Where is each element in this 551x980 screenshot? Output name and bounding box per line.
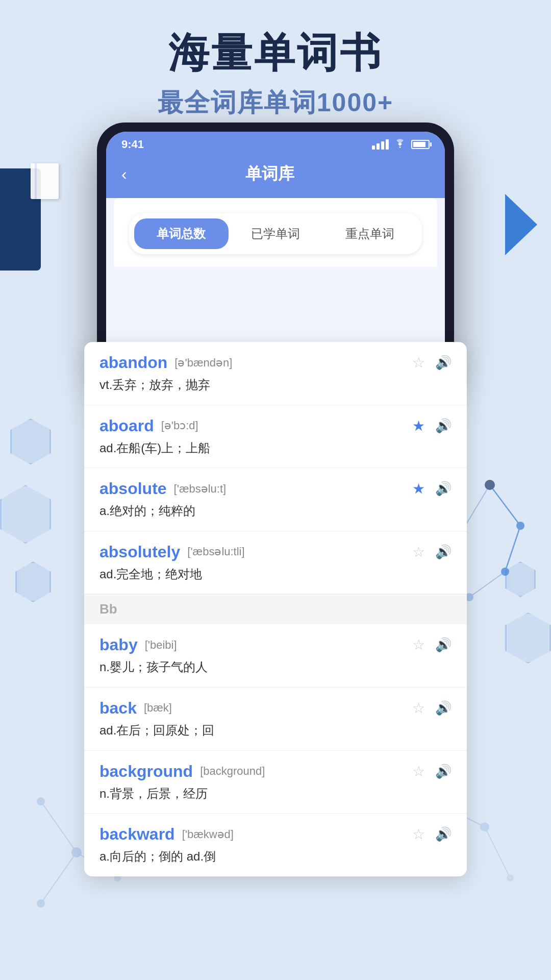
- wifi-icon: [394, 139, 406, 151]
- word-entry-baby: baby ['beibi] ☆ 🔊 n.婴儿；孩子气的人: [84, 624, 467, 688]
- word-entry-back: back [bæk] ☆ 🔊 ad.在后；回原处；回: [84, 688, 467, 751]
- speaker-icon[interactable]: 🔊: [435, 418, 452, 434]
- word-phonetic: [bæk]: [144, 701, 172, 715]
- word-actions: ☆ 🔊: [412, 354, 452, 371]
- word-entry-backward: backward ['bækwəd] ☆ 🔊 a.向后的；倒的 ad.倒: [84, 814, 467, 876]
- svg-line-2: [469, 572, 505, 597]
- svg-point-12: [37, 797, 45, 805]
- tab-total-words[interactable]: 单词总数: [134, 218, 229, 249]
- star-icon[interactable]: ☆: [412, 636, 425, 653]
- tab-learned-words[interactable]: 已学单词: [229, 218, 323, 249]
- svg-line-10: [41, 852, 77, 903]
- word-info: baby ['beibi]: [99, 635, 177, 654]
- word-header: back [bæk] ☆ 🔊: [99, 699, 452, 718]
- svg-point-6: [501, 568, 509, 576]
- hex-decor-1: [10, 419, 51, 464]
- status-time: 9:41: [121, 138, 144, 151]
- word-phonetic: [background]: [200, 765, 265, 778]
- phone-nav: ‹ 单词库: [106, 155, 445, 198]
- speaker-icon[interactable]: 🔊: [435, 826, 452, 842]
- speaker-icon[interactable]: 🔊: [435, 764, 452, 779]
- star-icon[interactable]: ☆: [412, 763, 425, 780]
- word-header: baby ['beibi] ☆ 🔊: [99, 635, 452, 654]
- status-bar: 9:41: [106, 132, 445, 155]
- word-header: aboard [ə'bɔ:d] ★ 🔊: [99, 416, 452, 435]
- speaker-icon[interactable]: 🔊: [435, 355, 452, 371]
- word-info: back [bæk]: [99, 699, 172, 718]
- star-icon[interactable]: ☆: [412, 544, 425, 560]
- word-info: absolute ['æbsəlu:t]: [99, 479, 226, 498]
- word-name: abandon: [99, 353, 167, 372]
- page-header: 海量单词书 最全词库单词1000+: [0, 0, 551, 120]
- word-actions: ☆ 🔊: [412, 636, 452, 653]
- word-definition: ad.在后；回原处；回: [99, 722, 452, 739]
- hex-decor-4: [505, 561, 536, 597]
- status-right: [372, 139, 430, 151]
- word-phonetic: ['æbsəlu:t]: [174, 482, 227, 496]
- svg-point-21: [507, 874, 514, 881]
- word-header: absolute ['æbsəlu:t] ★ 🔊: [99, 479, 452, 498]
- word-header: background [background] ☆ 🔊: [99, 762, 452, 781]
- word-actions: ☆ 🔊: [412, 544, 452, 560]
- word-actions: ☆ 🔊: [412, 763, 452, 780]
- sub-title: 最全词库单词1000+: [0, 86, 551, 120]
- book-decor: [31, 163, 59, 199]
- word-definition: a.绝对的；纯粹的: [99, 502, 452, 520]
- word-info: absolutely ['æbsəlu:tli]: [99, 543, 245, 561]
- word-name: absolute: [99, 479, 167, 498]
- star-icon[interactable]: ☆: [412, 354, 425, 371]
- word-phonetic: [ə'bɔ:d]: [161, 419, 198, 432]
- word-entry-abandon: abandon [ə'bændən] ☆ 🔊 vt.丢弃；放弃，抛弃: [84, 342, 467, 405]
- word-actions: ★ 🔊: [412, 418, 452, 434]
- speaker-icon[interactable]: 🔊: [435, 481, 452, 497]
- back-button[interactable]: ‹: [121, 165, 127, 184]
- word-definition: n.婴儿；孩子气的人: [99, 658, 452, 676]
- svg-line-9: [41, 801, 77, 852]
- word-name: backward: [99, 825, 175, 844]
- nav-title: 单词库: [127, 163, 413, 185]
- word-entry-absolutely: absolutely ['æbsəlu:tli] ☆ 🔊 ad.完全地；绝对地: [84, 531, 467, 595]
- word-actions: ☆ 🔊: [412, 826, 452, 843]
- speaker-icon[interactable]: 🔊: [435, 700, 452, 716]
- word-header: backward ['bækwəd] ☆ 🔊: [99, 825, 452, 844]
- blue-arrow-decor: [505, 194, 551, 255]
- word-actions: ☆ 🔊: [412, 700, 452, 717]
- star-icon[interactable]: ☆: [412, 826, 425, 843]
- svg-point-4: [485, 480, 495, 490]
- word-definition: ad.完全地；绝对地: [99, 566, 452, 583]
- word-name: baby: [99, 635, 138, 654]
- speaker-icon[interactable]: 🔊: [435, 544, 452, 560]
- tab-bar: 单词总数 已学单词 重点单词: [129, 213, 422, 254]
- svg-point-5: [516, 522, 524, 530]
- hex-decor-3: [15, 561, 51, 602]
- battery-icon: [411, 140, 430, 149]
- word-entry-aboard: aboard [ə'bɔ:d] ★ 🔊 ad.在船(车)上；上船: [84, 405, 467, 469]
- word-info: aboard [ə'bɔ:d]: [99, 416, 198, 435]
- word-name: background: [99, 762, 193, 781]
- phone-screen: 9:41: [106, 132, 445, 377]
- svg-point-14: [37, 899, 45, 908]
- word-info: abandon [ə'bændən]: [99, 353, 232, 372]
- word-definition: a.向后的；倒的 ad.倒: [99, 848, 452, 865]
- word-phonetic: ['beibi]: [145, 639, 177, 652]
- svg-point-20: [480, 822, 489, 831]
- svg-line-1: [505, 526, 520, 572]
- svg-line-17: [485, 827, 510, 878]
- word-phonetic: ['bækwəd]: [182, 828, 234, 841]
- word-definition: n.背景，后景，经历: [99, 785, 452, 802]
- word-name: back: [99, 699, 137, 718]
- speaker-icon[interactable]: 🔊: [435, 637, 452, 653]
- star-icon[interactable]: ★: [412, 418, 425, 434]
- word-actions: ★ 🔊: [412, 480, 452, 497]
- word-info: backward ['bækwəd]: [99, 825, 234, 844]
- svg-line-0: [490, 485, 520, 526]
- signal-icon: [372, 139, 389, 150]
- section-bb: Bb: [84, 594, 467, 624]
- word-phonetic: [ə'bændən]: [174, 356, 232, 370]
- main-title: 海量单词书: [0, 31, 551, 76]
- star-icon[interactable]: ☆: [412, 700, 425, 717]
- tab-key-words[interactable]: 重点单词: [322, 218, 417, 249]
- word-list: abandon [ə'bændən] ☆ 🔊 vt.丢弃；放弃，抛弃 aboar…: [84, 342, 467, 876]
- word-header: absolutely ['æbsəlu:tli] ☆ 🔊: [99, 543, 452, 561]
- star-icon[interactable]: ★: [412, 480, 425, 497]
